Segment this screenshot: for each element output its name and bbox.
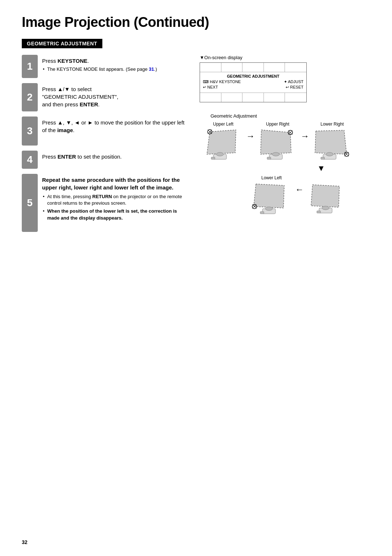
lower-right-label: Lower Right xyxy=(320,122,344,127)
step-1-badge: 1 xyxy=(22,55,38,78)
osd-content: GEOMETRIC ADJUSTMENT ⌨ H&V KEYSTONE ✦ AD… xyxy=(200,72,306,93)
arrow-down: ▼ xyxy=(272,164,370,173)
svg-point-16 xyxy=(272,152,279,156)
step-5-bullets: At this time, pressing RETURN on the pro… xyxy=(42,193,189,221)
osd-row2-left: ↵ NEXT xyxy=(203,85,218,90)
step-4-badge: 4 xyxy=(22,151,38,169)
osd-bottom-row xyxy=(200,93,306,102)
step-3-body: Press ▲, ▼, ◄ or ► to move the position … xyxy=(42,116,189,135)
step-1-bullet-1: The KEYSTONE MODE list appears. (See pag… xyxy=(43,66,189,73)
svg-point-25 xyxy=(326,152,333,156)
step-5-bullet-2: When the position of the lower left is s… xyxy=(43,208,189,221)
osd-top-row xyxy=(200,63,306,72)
upper-right-diagram xyxy=(258,128,298,161)
step-2-body: Press ▲/▼ to select"GEOMETRIC ADJUSTMENT… xyxy=(42,83,189,110)
svg-rect-26 xyxy=(321,157,324,159)
osd-row1: ⌨ H&V KEYSTONE ✦ ADJUST xyxy=(203,79,303,84)
upper-right-label: Upper Right xyxy=(266,122,289,127)
upper-left-diagram xyxy=(203,128,243,161)
lower-left-extra-diagram xyxy=(307,182,347,214)
osd-row2-right: ↩ RESET xyxy=(286,85,303,90)
step-1-title: Press KEYSTONE. xyxy=(42,57,189,65)
svg-point-7 xyxy=(216,152,224,156)
svg-rect-17 xyxy=(267,157,271,159)
step-4-body: Press ENTER to set the position. xyxy=(42,151,189,162)
lower-left-label: Lower Left xyxy=(261,175,282,180)
steps-column: 1 Press KEYSTONE. The KEYSTONE MODE list… xyxy=(22,55,189,237)
osd-row1-left: ⌨ H&V KEYSTONE xyxy=(203,79,241,84)
svg-marker-18 xyxy=(315,130,347,154)
step-1-body: Press KEYSTONE. The KEYSTONE MODE list a… xyxy=(42,55,189,74)
step-5-badge: 5 xyxy=(22,174,38,232)
osd-content-title: GEOMETRIC ADJUSTMENT xyxy=(203,74,303,78)
svg-marker-27 xyxy=(254,184,284,208)
step-5-title: Repeat the same procedure with the posit… xyxy=(42,176,189,191)
svg-point-34 xyxy=(265,207,273,210)
page-title: Image Projection (Continued) xyxy=(22,15,370,30)
svg-point-38 xyxy=(322,206,329,210)
svg-rect-39 xyxy=(317,211,320,213)
geo-diagram: Geometric Adjustment Upper Left xyxy=(200,113,370,214)
step-2-title: Press ▲/▼ to select"GEOMETRIC ADJUSTMENT… xyxy=(42,85,189,108)
diagrams-column: ▼On-screen display GEOMETRIC ADJUSTMENT … xyxy=(200,55,370,237)
step-5: 5 Repeat the same procedure with the pos… xyxy=(22,174,189,232)
step-1: 1 Press KEYSTONE. The KEYSTONE MODE list… xyxy=(22,55,189,78)
step-5-body: Repeat the same procedure with the posit… xyxy=(42,174,189,223)
lower-left-diagram xyxy=(252,182,291,214)
step-3-title: Press ▲, ▼, ◄ or ► to move the position … xyxy=(42,119,189,134)
step-1-bullets: The KEYSTONE MODE list appears. (See pag… xyxy=(42,66,189,73)
step-3-badge: 3 xyxy=(22,116,38,146)
osd-row2: ↵ NEXT ↩ RESET xyxy=(203,85,303,90)
step-3: 3 Press ▲, ▼, ◄ or ► to move the positio… xyxy=(22,116,189,146)
page-number: 32 xyxy=(22,539,28,545)
section-header: GEOMETRIC ADJUSTMENT xyxy=(22,39,102,48)
osd-box: GEOMETRIC ADJUSTMENT ⌨ H&V KEYSTONE ✦ AD… xyxy=(200,62,307,102)
step-4-title: Press ENTER to set the position. xyxy=(42,153,189,160)
step-5-bullet-1: At this time, pressing RETURN on the pro… xyxy=(43,193,189,207)
lower-right-diagram xyxy=(312,128,352,161)
step-2-badge: 2 xyxy=(22,83,38,111)
upper-left-label: Upper Left xyxy=(213,122,233,127)
osd-row1-right: ✦ ADJUST xyxy=(284,79,303,84)
svg-rect-35 xyxy=(260,212,264,214)
svg-marker-36 xyxy=(311,185,339,207)
osd-label: ▼On-screen display xyxy=(200,55,370,60)
step-4: 4 Press ENTER to set the position. xyxy=(22,151,189,169)
step-2: 2 Press ▲/▼ to select"GEOMETRIC ADJUSTME… xyxy=(22,83,189,111)
svg-marker-9 xyxy=(261,130,291,154)
svg-rect-8 xyxy=(211,157,215,159)
geo-diagram-title: Geometric Adjustment xyxy=(211,113,370,119)
